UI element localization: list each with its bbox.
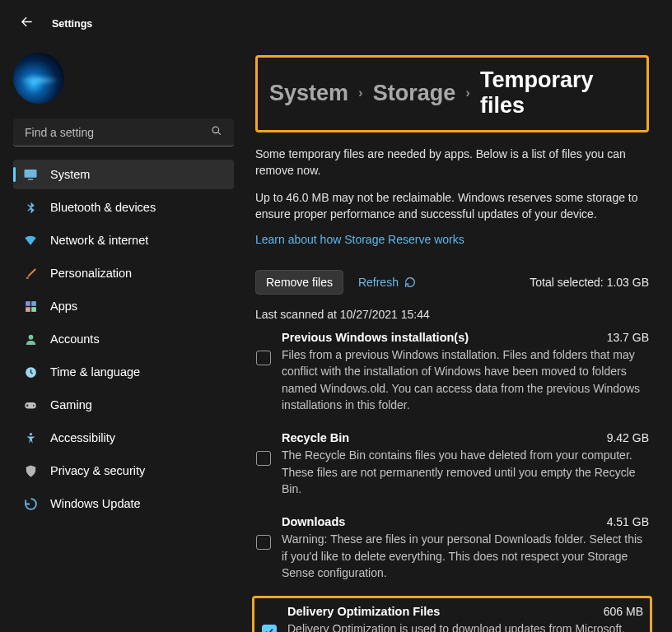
temp-file-item: Previous Windows installation(s)13.7 GBF… — [255, 331, 649, 431]
breadcrumb-system[interactable]: System — [269, 81, 348, 106]
refresh-icon — [404, 276, 417, 289]
temp-file-item: Downloads4.51 GBWarning: These are files… — [255, 515, 649, 599]
sidebar-item-label: Apps — [50, 300, 77, 313]
item-title: Delivery Optimization Files — [287, 605, 440, 618]
breadcrumb-current: Temporary files — [480, 67, 635, 118]
search-icon — [211, 125, 222, 139]
breadcrumb-storage[interactable]: Storage — [373, 81, 456, 106]
sidebar-item-bluetooth-devices[interactable]: Bluetooth & devices — [13, 193, 234, 222]
item-size: 606 MB — [590, 605, 643, 618]
item-description: The Recycle Bin contains files you have … — [282, 447, 649, 497]
refresh-button[interactable]: Refresh — [358, 276, 417, 289]
app-title: Settings — [52, 18, 92, 30]
item-size: 13.7 GB — [594, 331, 649, 344]
item-size: 4.51 GB — [594, 515, 649, 528]
sidebar-item-label: Network & internet — [50, 234, 148, 247]
sidebar-item-network-internet[interactable]: Network & internet — [13, 225, 234, 255]
info-paragraph: Some temporary files are needed by apps.… — [255, 146, 649, 179]
sidebar-item-label: Windows Update — [50, 497, 141, 510]
gaming-icon — [23, 397, 38, 412]
sidebar-item-label: Accessibility — [50, 431, 115, 444]
sidebar-item-label: Time & language — [50, 365, 140, 379]
item-checkbox[interactable] — [256, 451, 271, 466]
svg-point-12 — [29, 432, 31, 434]
refresh-label: Refresh — [358, 276, 399, 289]
svg-rect-7 — [31, 307, 36, 312]
brush-icon — [23, 266, 38, 281]
update-icon — [23, 496, 38, 511]
privacy-icon — [23, 463, 38, 478]
svg-point-11 — [33, 405, 35, 407]
sidebar-item-time-language[interactable]: Time & language — [13, 357, 234, 387]
breadcrumb-highlight: System › Storage › Temporary files — [255, 55, 649, 132]
sidebar-item-label: Accounts — [50, 332, 100, 346]
content-area: System › Storage › Temporary files Some … — [247, 39, 672, 632]
search-input[interactable] — [13, 118, 234, 146]
sidebar-item-accessibility[interactable]: Accessibility — [13, 423, 234, 453]
sidebar-item-label: Bluetooth & devices — [50, 201, 156, 214]
svg-rect-6 — [26, 307, 30, 312]
item-checkbox[interactable] — [262, 625, 277, 632]
item-description: Delivery Optimization is used to downloa… — [287, 620, 643, 632]
remove-files-button[interactable]: Remove files — [255, 270, 343, 295]
sidebar-item-apps[interactable]: Apps — [13, 291, 234, 321]
sidebar-item-label: Personalization — [50, 267, 132, 280]
svg-rect-1 — [25, 170, 37, 178]
sidebar-item-personalization[interactable]: Personalization — [13, 258, 234, 288]
sidebar: SystemBluetooth & devicesNetwork & inter… — [0, 39, 247, 632]
sidebar-item-accounts[interactable]: Accounts — [13, 324, 234, 354]
item-checkbox[interactable] — [256, 535, 271, 550]
item-title: Downloads — [282, 515, 345, 528]
item-title: Previous Windows installation(s) — [282, 331, 469, 344]
storage-reserve-link[interactable]: Learn about how Storage Reserve works — [255, 233, 464, 246]
item-description: Warning: These are files in your persona… — [282, 531, 649, 581]
svg-point-8 — [28, 334, 33, 339]
svg-point-0 — [212, 127, 219, 133]
last-scanned: Last scanned at 10/27/2021 15:44 — [255, 308, 649, 321]
info-paragraph: Up to 46.0 MB may not be reclaimable. Wi… — [255, 189, 649, 223]
item-title: Recycle Bin — [282, 431, 349, 444]
sidebar-item-system[interactable]: System — [13, 160, 234, 189]
chevron-right-icon: › — [358, 85, 363, 101]
chevron-right-icon: › — [465, 85, 470, 101]
breadcrumb: System › Storage › Temporary files — [269, 67, 635, 118]
sidebar-item-label: Privacy & security — [50, 464, 145, 477]
search-field[interactable] — [25, 126, 211, 139]
avatar[interactable] — [13, 53, 64, 104]
temp-file-item: Recycle Bin9.42 GBThe Recycle Bin contai… — [255, 431, 649, 515]
back-button[interactable] — [20, 15, 34, 32]
bluetooth-icon — [23, 200, 38, 215]
sidebar-item-windows-update[interactable]: Windows Update — [13, 489, 234, 518]
item-size: 9.42 GB — [594, 431, 649, 444]
svg-rect-2 — [28, 179, 33, 180]
accessibility-icon — [23, 430, 38, 445]
sidebar-item-privacy-security[interactable]: Privacy & security — [13, 456, 234, 486]
temp-file-item: Delivery Optimization Files606 MBDeliver… — [252, 596, 652, 632]
total-selected: Total selected: 1.03 GB — [530, 276, 649, 289]
apps-icon — [23, 299, 38, 314]
wifi-icon — [23, 233, 38, 248]
svg-rect-4 — [26, 301, 30, 306]
svg-rect-5 — [31, 301, 36, 306]
accounts-icon — [23, 332, 38, 346]
item-checkbox[interactable] — [256, 351, 271, 365]
svg-rect-3 — [26, 276, 28, 278]
sidebar-item-gaming[interactable]: Gaming — [13, 390, 234, 420]
sidebar-item-label: Gaming — [50, 398, 92, 411]
sidebar-item-label: System — [50, 168, 90, 181]
item-description: Files from a previous Windows installati… — [282, 346, 649, 413]
system-icon — [23, 167, 38, 182]
clock-icon — [23, 365, 38, 379]
